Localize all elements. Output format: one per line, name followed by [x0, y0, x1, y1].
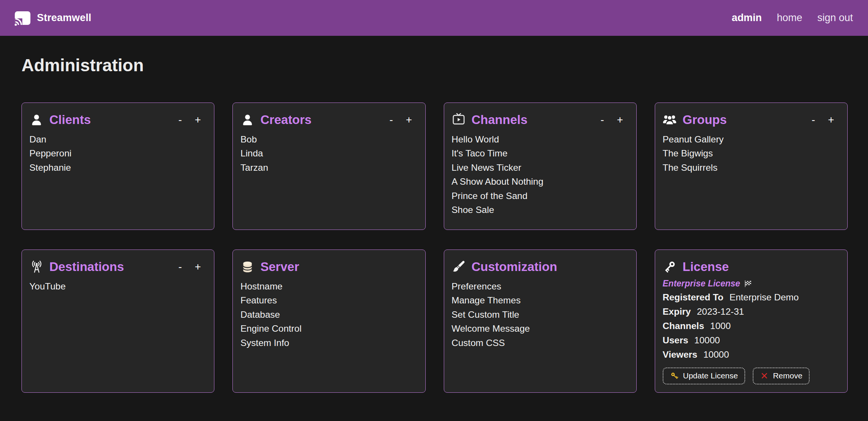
creators-item-list: BobLindaTarzan — [240, 132, 414, 175]
channels-title: Channels — [472, 113, 528, 127]
list-item[interactable]: Manage Themes — [452, 293, 626, 308]
license-field-value: 1000 — [710, 321, 731, 331]
red-x-icon — [760, 371, 769, 381]
card-header-server: Server — [240, 260, 414, 274]
card-groups: Groups-+Peanut GalleryThe BigwigsThe Squ… — [655, 103, 848, 230]
key-icon — [663, 260, 677, 274]
license-field-label: Expiry — [663, 306, 691, 317]
groups-remove-button[interactable]: - — [810, 115, 816, 125]
users-icon — [663, 113, 677, 127]
list-item[interactable]: Live News Ticker — [452, 161, 626, 175]
list-item[interactable]: Tarzan — [240, 161, 414, 175]
creators-controls: -+ — [388, 115, 415, 125]
list-item[interactable]: Engine Control — [240, 321, 414, 336]
card-header-groups: Groups-+ — [663, 113, 837, 127]
list-item[interactable]: Stephanie — [29, 161, 203, 175]
card-header-license: License — [663, 260, 837, 274]
license-buttons: Update LicenseRemove — [663, 367, 837, 384]
creators-title: Creators — [260, 113, 312, 127]
list-item[interactable]: Welcome Message — [452, 321, 626, 336]
creators-remove-button[interactable]: - — [388, 115, 394, 125]
license-field-value: 10000 — [703, 349, 729, 360]
list-item[interactable]: Custom CSS — [452, 336, 626, 350]
page-title: Administration — [21, 56, 847, 75]
list-item[interactable]: Bob — [240, 132, 414, 147]
user-icon — [240, 113, 255, 127]
list-item[interactable]: It's Taco Time — [452, 146, 626, 161]
list-item[interactable]: YouTube — [29, 279, 203, 294]
update-license-button[interactable]: Update License — [663, 367, 745, 384]
license-field-viewers: Viewers10000 — [663, 348, 837, 362]
card-license: LicenseEnterprise LicenseRegistered ToEn… — [655, 250, 848, 393]
card-header-destinations: Destinations-+ — [29, 260, 203, 274]
license-title: License — [683, 260, 729, 274]
customization-title: Customization — [472, 260, 557, 274]
brand-name: Streamwell — [37, 12, 92, 24]
license-field-channels: Channels1000 — [663, 319, 837, 333]
list-item[interactable]: Preferences — [452, 279, 626, 294]
card-channels: Channels-+Hello WorldIt's Taco TimeLive … — [444, 103, 637, 230]
channels-add-button[interactable]: + — [616, 115, 624, 125]
server-title: Server — [260, 260, 299, 274]
list-item[interactable]: Pepperoni — [29, 146, 203, 161]
list-item[interactable]: Prince of the Sand — [452, 189, 626, 203]
list-item[interactable]: Hostname — [240, 279, 414, 294]
clients-title: Clients — [49, 113, 91, 127]
list-item[interactable]: Dan — [29, 132, 203, 147]
top-nav-bar: Streamwell admin home sign out — [0, 0, 868, 36]
update-license-button-label: Update License — [683, 371, 738, 380]
list-item[interactable]: Peanut Gallery — [663, 132, 837, 147]
card-server: ServerHostnameFeaturesDatabaseEngine Con… — [232, 250, 425, 393]
brand-link[interactable]: Streamwell — [14, 9, 92, 27]
channels-remove-button[interactable]: - — [599, 115, 605, 125]
license-field-label: Registered To — [663, 292, 724, 302]
card-header-channels: Channels-+ — [452, 113, 626, 127]
remove-license-button[interactable]: Remove — [753, 367, 810, 384]
clients-item-list: DanPepperoniStephanie — [29, 132, 203, 175]
server-item-list: HostnameFeaturesDatabaseEngine ControlSy… — [240, 279, 414, 350]
license-field-expiry: Expiry2023-12-31 — [663, 305, 837, 319]
creators-add-button[interactable]: + — [405, 115, 413, 125]
license-field-label: Users — [663, 335, 688, 345]
list-item[interactable]: Hello World — [452, 132, 626, 147]
groups-add-button[interactable]: + — [827, 115, 835, 125]
database-icon — [240, 260, 255, 274]
list-item[interactable]: Set Custom Title — [452, 308, 626, 322]
groups-title: Groups — [683, 113, 727, 127]
broadcast-tower-icon — [29, 260, 44, 274]
destinations-controls: -+ — [177, 262, 204, 272]
list-item[interactable]: The Squirrels — [663, 161, 837, 175]
nav-item-sign-out[interactable]: sign out — [817, 12, 853, 24]
list-item[interactable]: Shoe Sale — [452, 203, 626, 217]
list-item[interactable]: Database — [240, 308, 414, 322]
paintbrush-icon — [452, 260, 466, 274]
license-field-label: Viewers — [663, 349, 697, 360]
destinations-remove-button[interactable]: - — [177, 262, 183, 272]
card-clients: Clients-+DanPepperoniStephanie — [21, 103, 214, 230]
customization-item-list: PreferencesManage ThemesSet Custom Title… — [452, 279, 626, 350]
license-type-label: Enterprise License — [663, 279, 740, 289]
card-creators: Creators-+BobLindaTarzan — [232, 103, 425, 230]
channels-controls: -+ — [599, 115, 626, 125]
nav-item-admin[interactable]: admin — [732, 12, 762, 24]
list-item[interactable]: The Bigwigs — [663, 146, 837, 161]
destinations-add-button[interactable]: + — [194, 262, 202, 272]
card-header-customization: Customization — [452, 260, 626, 274]
list-item[interactable]: System Info — [240, 336, 414, 350]
list-item[interactable]: Features — [240, 293, 414, 308]
nav-item-home[interactable]: home — [777, 12, 802, 24]
user-icon — [29, 113, 44, 127]
tv-icon — [452, 113, 466, 127]
clients-add-button[interactable]: + — [194, 115, 202, 125]
list-item[interactable]: A Show About Nothing — [452, 175, 626, 189]
card-header-clients: Clients-+ — [29, 113, 203, 127]
cards-grid: Clients-+DanPepperoniStephanieCreators-+… — [21, 103, 848, 393]
cast-icon — [14, 9, 31, 27]
list-item[interactable]: Linda — [240, 146, 414, 161]
license-field-value: 10000 — [694, 335, 720, 345]
destinations-item-list: YouTube — [29, 279, 203, 294]
groups-controls: -+ — [810, 115, 837, 125]
channels-item-list: Hello WorldIt's Taco TimeLive News Ticke… — [452, 132, 626, 217]
clients-remove-button[interactable]: - — [177, 115, 183, 125]
top-nav-links: admin home sign out — [732, 12, 853, 24]
